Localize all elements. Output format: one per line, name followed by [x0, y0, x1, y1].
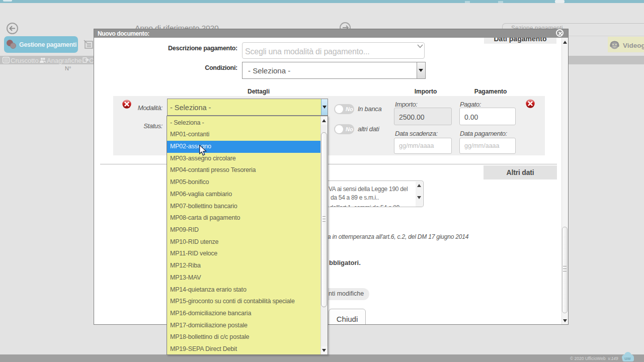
svg-text:uw: uw — [624, 356, 631, 361]
